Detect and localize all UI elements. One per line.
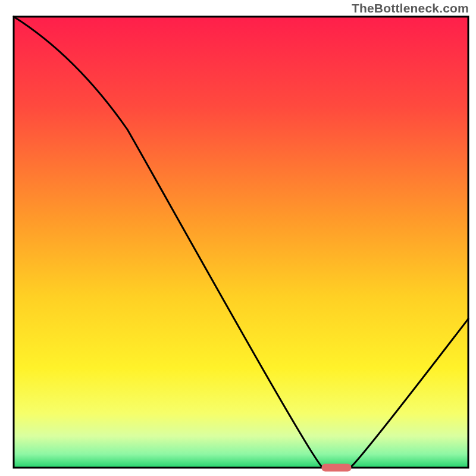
bottleneck-chart	[0, 0, 476, 476]
watermark-text: TheBottleneck.com	[352, 1, 469, 15]
optimum-marker	[322, 464, 352, 472]
plot-background	[14, 17, 468, 468]
